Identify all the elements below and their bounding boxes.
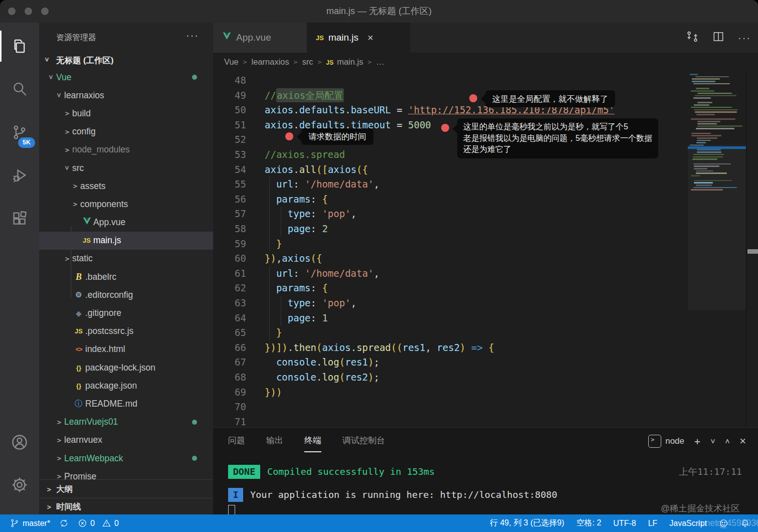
tree-item-node-modules[interactable]: >node_modules <box>39 141 213 159</box>
split-editor-icon[interactable] <box>712 30 725 45</box>
tree-item-gitignore[interactable]: ◆.gitignore <box>39 304 213 322</box>
breadcrumb-item-learnaxios[interactable]: learnaxios <box>252 57 289 67</box>
settings-gear-icon[interactable] <box>0 465 39 504</box>
tree-item-learnwebpack[interactable]: >LearnWebpack <box>39 449 213 467</box>
line-number: 57 <box>213 207 246 222</box>
tree-item-config[interactable]: >config <box>39 123 213 141</box>
code-text: page: 1 <box>265 311 328 326</box>
outline-section-header[interactable]: > 大纲 <box>39 479 213 498</box>
code-text: type: 'pop', <box>265 296 356 311</box>
close-tab-icon[interactable]: × <box>367 32 373 44</box>
account-icon[interactable] <box>0 423 39 462</box>
file-label: Promise <box>64 471 96 479</box>
tree-item-promise[interactable]: >Promise <box>39 467 213 479</box>
close-panel-icon[interactable]: × <box>739 435 746 448</box>
status-bar-left: master* 0 0 <box>10 514 119 532</box>
tree-item-assets[interactable]: >assets <box>39 177 213 195</box>
tree-item-index-html[interactable]: <>index.html <box>39 340 213 359</box>
line-number: 49 <box>213 88 246 103</box>
annotation-note-2: 请求数据的时间 <box>301 128 373 145</box>
terminal-icon: > <box>648 435 661 448</box>
tree-item-postcssrc-js[interactable]: JS.postcssrc.js <box>39 322 213 340</box>
panel-controls: > node + > > × <box>648 435 746 448</box>
tree-item-package-json[interactable]: {}package.json <box>39 377 213 395</box>
cursor-position-item[interactable]: 行 49, 列 3 (已选择9) <box>490 518 564 528</box>
git-branch-item[interactable]: master* <box>10 518 50 528</box>
breadcrumb-item-[interactable]: … <box>376 57 385 67</box>
file-label: package.json <box>85 381 137 391</box>
line-number: 50 <box>213 103 246 118</box>
sync-changes-icon[interactable] <box>59 518 69 528</box>
tree-item-learnvuejs01[interactable]: >LearnVuejs01 <box>39 413 213 431</box>
line-number: 48 <box>213 73 246 88</box>
maximize-panel-icon[interactable]: > <box>723 439 732 443</box>
tree-item-learnaxios[interactable]: >learnaxios <box>39 86 213 104</box>
problems-item[interactable]: 0 0 <box>78 518 119 528</box>
breadcrumb-item-main-js[interactable]: JSmain.js <box>326 57 363 67</box>
line-number: 63 <box>213 296 246 311</box>
terminal-shell-label[interactable]: node <box>665 436 684 446</box>
tree-item-readme-md[interactable]: ⓘREADME.md <box>39 395 213 413</box>
notifications-bell-icon[interactable] <box>740 518 750 528</box>
tree-item-babelrc[interactable]: B.babelrc <box>39 268 213 286</box>
code-text: })) <box>265 385 282 400</box>
code-line-65: 65 } <box>213 325 758 340</box>
tree-item-learnvuex[interactable]: >learnvuex <box>39 431 213 449</box>
line-number: 70 <box>213 400 246 415</box>
run-debug-icon[interactable] <box>0 156 39 195</box>
chevron-right-icon: > <box>54 472 64 479</box>
workspace-section-header[interactable]: > 无标题 (工作区) <box>39 54 213 70</box>
tab-app-vue[interactable]: App.vue <box>213 23 307 53</box>
tree-item-package-lock-json[interactable]: {}package-lock.json <box>39 359 213 377</box>
extensions-icon[interactable] <box>0 199 39 238</box>
tab-main-js[interactable]: JS main.js × <box>307 23 410 53</box>
source-control-icon[interactable]: 5K <box>0 113 39 152</box>
line-number: 55 <box>213 177 246 192</box>
code-editor[interactable]: 这里是全局配置，就不做解释了 这里的单位是毫秒我之前以为是秒，就写了个5老是报错… <box>213 71 758 427</box>
code-text: url: '/home/data', <box>265 177 380 192</box>
js-file-icon: JS <box>316 34 324 42</box>
code-line-57: 57 type: 'pop', <box>213 207 758 222</box>
chevron-down-icon: > <box>55 90 63 100</box>
breadcrumb-item-vue[interactable]: Vue <box>224 57 239 67</box>
chevron-down-icon: > <box>43 58 51 62</box>
timeline-section-header[interactable]: > 时间线 <box>39 498 213 515</box>
tree-item-app-vue[interactable]: App.vue <box>39 214 213 232</box>
indentation-item[interactable]: 空格: 2 <box>577 518 602 528</box>
code-text: axios.all([axios({ <box>265 162 368 178</box>
panel-tab-[interactable]: 问题 <box>228 435 245 452</box>
terminal-output[interactable]: DONE Compiled successfully in 153ms 上午11… <box>213 458 758 515</box>
annotation-dot <box>285 132 293 140</box>
tree-item-main-js[interactable]: JSmain.js <box>39 232 213 250</box>
tree-item-src[interactable]: >src <box>39 159 213 177</box>
panel-tab-[interactable]: 调试控制台 <box>342 435 385 452</box>
terminal-dropdown-icon[interactable]: > <box>708 439 717 443</box>
explorer-more-actions-icon[interactable]: ··· <box>186 30 199 41</box>
more-actions-icon[interactable]: ··· <box>738 32 751 44</box>
encoding-item[interactable]: UTF-8 <box>613 519 636 528</box>
breadcrumb-item-src[interactable]: src <box>302 57 313 67</box>
tree-item-build[interactable]: >build <box>39 104 213 122</box>
chevron-right-icon: > <box>62 146 72 154</box>
eol-item[interactable]: LF <box>648 519 658 528</box>
tree-item-components[interactable]: >components <box>39 195 213 213</box>
file-label: LearnVuejs01 <box>64 417 118 427</box>
chevron-right-icon: > <box>70 200 80 208</box>
file-label: learnaxios <box>64 90 104 101</box>
running-message: Your application is running here: http:/… <box>250 488 557 502</box>
search-icon[interactable] <box>0 70 39 109</box>
panel-tab-[interactable]: 终端 <box>304 435 321 452</box>
open-changes-icon[interactable] <box>686 30 699 45</box>
new-terminal-icon[interactable]: + <box>694 435 700 447</box>
info-file-icon: ⓘ <box>72 399 85 409</box>
panel-tab-[interactable]: 输出 <box>266 435 283 452</box>
done-badge: DONE <box>228 465 260 479</box>
feedback-smiley-icon[interactable] <box>719 518 728 528</box>
gear-file-icon: ⚙ <box>72 290 85 299</box>
language-mode-item[interactable]: JavaScript <box>669 519 707 528</box>
explorer-icon[interactable] <box>0 27 39 66</box>
tree-item-editorconfig[interactable]: ⚙.editorconfig <box>39 286 213 304</box>
tree-item-vue[interactable]: >Vue <box>39 68 213 86</box>
tree-item-static[interactable]: >static <box>39 250 213 268</box>
code-text: } <box>265 237 282 252</box>
